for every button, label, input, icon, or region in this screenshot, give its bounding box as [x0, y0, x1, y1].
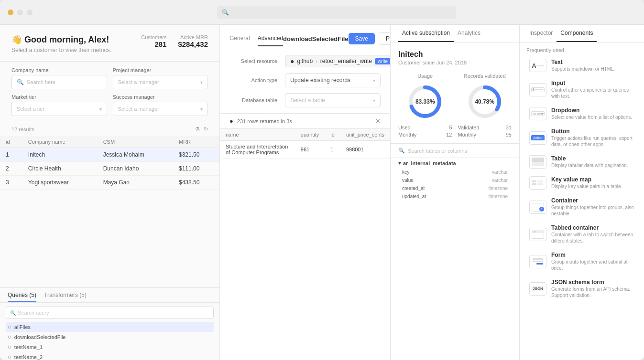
query-icon: ○ [8, 353, 11, 360]
components-list: A Text Supports markdown or HTML. I Inpu… [520, 55, 644, 360]
component-icon-tabbed-container [529, 228, 546, 241]
filters-area: Company name 🔍 Search here Project manag… [0, 62, 219, 122]
company-search-input[interactable]: 🔍 Search here [11, 75, 107, 89]
query-item[interactable]: ○testName_1 [6, 342, 214, 352]
database-table-select[interactable]: Select a table ▾ [285, 93, 381, 107]
col-mrr: MRR [173, 136, 219, 148]
component-name: Text [551, 59, 634, 65]
tab-inspector[interactable]: Inspector [525, 25, 557, 42]
cell-mrr: $438.50 [173, 176, 219, 190]
inspector-section-title: Frequently used [520, 42, 644, 55]
window-dot-red[interactable] [8, 10, 13, 15]
component-icon-container: + [529, 201, 546, 214]
resource-name: github [297, 58, 313, 64]
col-id: id [325, 129, 340, 141]
table-row[interactable]: 2 Circle Health Duncan Idaho $111.00 [0, 162, 219, 176]
filter-icon[interactable]: ⚗ [195, 126, 200, 132]
col-name: updated_at [402, 194, 426, 199]
db-search[interactable]: 🔍 Search tables or columns [391, 144, 519, 158]
action-type-select[interactable]: Update existing records ▾ [285, 73, 381, 87]
component-item[interactable]: I Input Control other components or quer… [523, 76, 641, 103]
chevron-down-icon: ▾ [200, 106, 203, 112]
component-desc: Control other components or queries with… [551, 87, 634, 99]
component-item[interactable]: JSON JSON schema form Generate forms fro… [523, 275, 641, 302]
tab-queries[interactable]: Queries (5) [8, 292, 36, 302]
db-column[interactable]: keyvarchar [391, 168, 519, 176]
resource-selector[interactable]: ● github › retool_emailer_write write ▾ [285, 55, 391, 67]
component-item[interactable]: Table Display tabular data with paginati… [523, 151, 641, 172]
tab-general[interactable]: General [229, 35, 250, 46]
db-table-group[interactable]: ▾ ar_internal_metadata [391, 158, 519, 168]
cell-company: Circle Health [22, 162, 98, 176]
component-icon-dropdown: select▾ [529, 107, 546, 120]
col-quantity: quantity [295, 129, 325, 141]
col-name: created_at [402, 186, 425, 191]
market-tier-select[interactable]: Select a tier ▾ [11, 102, 107, 116]
col-type: varchar [492, 169, 508, 175]
project-manager-select[interactable]: Select a manager ▾ [113, 75, 208, 89]
component-info: Key value map Display key value pairs in… [551, 176, 634, 190]
usage-percent: 83.33% [415, 98, 435, 105]
col-type: timezone [488, 194, 508, 199]
results-count: 12 results [11, 127, 34, 132]
component-icon-key-value-map [529, 176, 546, 190]
github-icon: ● [290, 57, 294, 65]
window-dot-green[interactable] [27, 10, 33, 15]
refresh-icon[interactable]: ↻ [204, 126, 208, 132]
component-info: Tabbed container Container with a tab to… [551, 224, 634, 244]
chevron-down-icon: ▾ [373, 98, 375, 103]
component-info: Dropdown Select one value from a list of… [551, 107, 634, 120]
col-name: value [402, 178, 414, 183]
component-name: JSON schema form [551, 279, 634, 286]
component-desc: Generate forms from an API schema. Suppo… [551, 286, 634, 298]
database-table-row: Database table Select a table ▾ [229, 93, 381, 107]
center-panel: General Advanced downloadSelectedFile Sa… [220, 25, 391, 360]
save-button[interactable]: Save [349, 33, 375, 44]
resource-row: Select resource ● github › retool_emaile… [229, 55, 381, 67]
component-item[interactable]: Tabbed container Container with a tab to… [523, 221, 641, 248]
chevron-down-icon: ▾ [373, 78, 375, 83]
tab-transformers[interactable]: Transformers (5) [44, 292, 87, 302]
query-item[interactable]: ○allFiles [6, 322, 214, 332]
chevron-down-icon: ▾ [200, 80, 203, 85]
tab-advanced[interactable]: Advanced [258, 35, 283, 46]
tab-active-subscription[interactable]: Active subscription [398, 25, 454, 42]
table-row[interactable]: 3 Yogi sportswear Maya Gao $438.50 [0, 176, 219, 190]
market-tier-filter: Market tier Select a tier ▾ [11, 94, 107, 116]
preview-button[interactable]: Preview [379, 32, 391, 45]
query-name: testName_2 [14, 354, 43, 360]
db-column[interactable]: valuevarchar [391, 176, 519, 184]
col-name: key [402, 169, 410, 175]
usage-donut: 83.33% [406, 83, 444, 121]
col-company: Company name [22, 136, 98, 148]
close-icon[interactable]: ✕ [375, 117, 381, 125]
success-manager-select[interactable]: Select a manager ▾ [113, 102, 208, 116]
component-name: Table [551, 155, 634, 162]
tab-components[interactable]: Components [557, 25, 597, 42]
chevron-down-icon: ▾ [99, 106, 102, 112]
db-column[interactable]: updated_attimezone [391, 192, 519, 201]
component-item[interactable]: A Text Supports markdown or HTML. [523, 55, 641, 76]
results-table-area: name quantity id unit_price_cents Stuctu… [220, 129, 390, 360]
inspector-panel: Inspector Components Frequently used A T… [520, 25, 644, 360]
query-item[interactable]: ○testName_2 [6, 352, 214, 360]
component-item[interactable]: + Container Group things together into g… [523, 193, 641, 221]
component-item[interactable]: Action Button Trigger actions like run q… [523, 124, 641, 151]
address-bar[interactable]: 🔍 [217, 6, 456, 19]
query-search-input[interactable]: 🔍 Search query [6, 307, 214, 319]
result-row: Stucture and Interpretation of Computer … [220, 141, 390, 159]
component-name: Input [551, 80, 634, 86]
cell-mrr: $111.00 [173, 162, 219, 176]
query-item[interactable]: ○downloadSelectedFile [6, 332, 214, 342]
tab-analytics[interactable]: Analytics [454, 25, 484, 42]
component-item[interactable]: Key value map Display key value pairs in… [523, 172, 641, 193]
component-item[interactable]: Form Group inputs together and submit at… [523, 248, 641, 275]
stat-customers: Customers 281 [141, 34, 166, 48]
component-name: Dropdown [551, 107, 634, 114]
db-column[interactable]: created_attimezone [391, 184, 519, 192]
query-icon: ○ [8, 323, 11, 330]
window-dot-yellow[interactable] [17, 10, 23, 15]
component-item[interactable]: select▾ Dropdown Select one value from a… [523, 103, 641, 124]
table-row[interactable]: 1 Initech Jessica Mohaim $321.50 [0, 148, 219, 162]
result-id: 1 [325, 141, 340, 159]
